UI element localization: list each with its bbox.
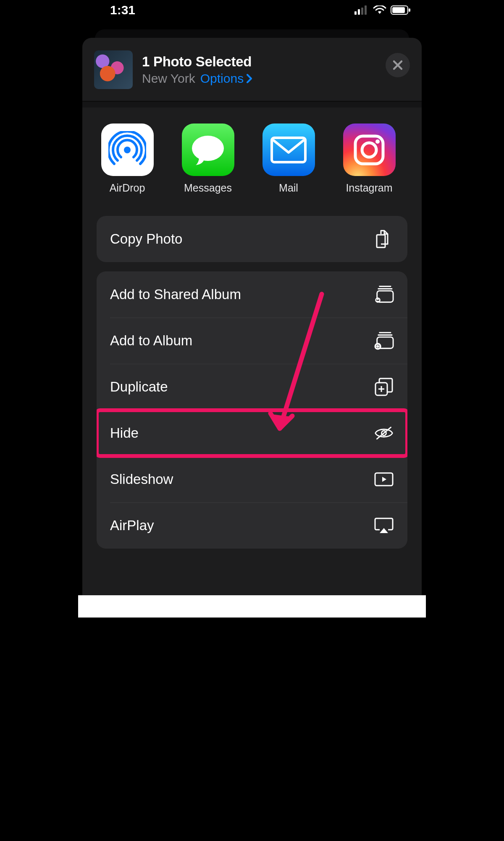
action-label: Copy Photo xyxy=(110,231,182,247)
sheet-location: New York xyxy=(142,71,195,86)
action-label: AirPlay xyxy=(110,518,154,534)
svg-rect-1 xyxy=(358,9,360,15)
share-app-airdrop[interactable]: AirDrop xyxy=(100,124,155,194)
wifi-icon xyxy=(373,5,386,15)
add-album-icon xyxy=(374,331,394,350)
hide-icon xyxy=(374,425,394,441)
share-app-instagram[interactable]: Instagram xyxy=(342,124,396,194)
slideshow-icon xyxy=(374,472,394,487)
share-apps-row[interactable]: AirDrop Messages xyxy=(82,108,422,205)
close-icon xyxy=(392,60,403,71)
svg-rect-6 xyxy=(409,8,410,12)
instagram-icon xyxy=(343,124,396,176)
duplicate-icon xyxy=(374,377,394,397)
svg-point-11 xyxy=(362,143,376,157)
shared-album-icon xyxy=(374,285,394,304)
status-time: 1:31 xyxy=(110,3,135,17)
airplay-icon xyxy=(374,517,394,534)
app-label: Mail xyxy=(261,182,316,194)
battery-icon xyxy=(391,5,411,15)
options-link[interactable]: Options xyxy=(200,71,253,86)
action-add-to-shared-album[interactable]: Add to Shared Album xyxy=(97,271,407,318)
svg-rect-2 xyxy=(361,8,363,15)
share-app-mail[interactable]: Mail xyxy=(261,124,316,194)
share-sheet: 1 Photo Selected New York Options xyxy=(82,38,422,595)
action-label: Add to Album xyxy=(110,333,192,349)
action-label: Duplicate xyxy=(110,379,168,395)
action-label: Slideshow xyxy=(110,471,173,487)
action-slideshow[interactable]: Slideshow xyxy=(97,456,407,502)
messages-icon xyxy=(182,124,234,176)
action-add-to-album[interactable]: Add to Album xyxy=(97,318,407,364)
chevron-right-icon xyxy=(246,74,253,83)
app-label: AirDrop xyxy=(100,182,155,194)
sheet-title: 1 Photo Selected xyxy=(142,54,253,70)
svg-rect-3 xyxy=(365,5,367,15)
action-airplay[interactable]: AirPlay xyxy=(97,502,407,549)
app-label: Messages xyxy=(181,182,235,194)
svg-rect-13 xyxy=(377,235,385,247)
action-group-1: Add to Shared Album xyxy=(97,271,407,549)
copy-icon xyxy=(374,229,394,249)
cellular-icon xyxy=(354,5,369,15)
app-label: Instagram xyxy=(342,182,396,194)
airdrop-icon xyxy=(101,124,154,176)
svg-point-18 xyxy=(377,299,379,300)
action-hide[interactable]: Hide xyxy=(97,410,407,456)
action-copy-photo[interactable]: Copy Photo xyxy=(97,216,407,262)
action-label: Add to Shared Album xyxy=(110,286,241,302)
options-label: Options xyxy=(200,71,244,86)
action-group-0: Copy Photo xyxy=(97,216,407,262)
status-indicators xyxy=(354,5,411,15)
sheet-header: 1 Photo Selected New York Options xyxy=(82,38,422,101)
close-button[interactable] xyxy=(386,53,410,77)
selected-photo-thumbnail[interactable] xyxy=(94,50,133,89)
svg-point-12 xyxy=(375,139,380,144)
action-duplicate[interactable]: Duplicate xyxy=(97,364,407,410)
status-bar: 1:31 xyxy=(78,0,426,20)
mail-icon xyxy=(262,124,315,176)
svg-point-7 xyxy=(124,147,131,153)
action-label: Hide xyxy=(110,425,139,441)
svg-point-8 xyxy=(192,136,224,161)
svg-rect-5 xyxy=(392,7,405,13)
svg-rect-0 xyxy=(354,11,357,15)
share-app-messages[interactable]: Messages xyxy=(181,124,235,194)
